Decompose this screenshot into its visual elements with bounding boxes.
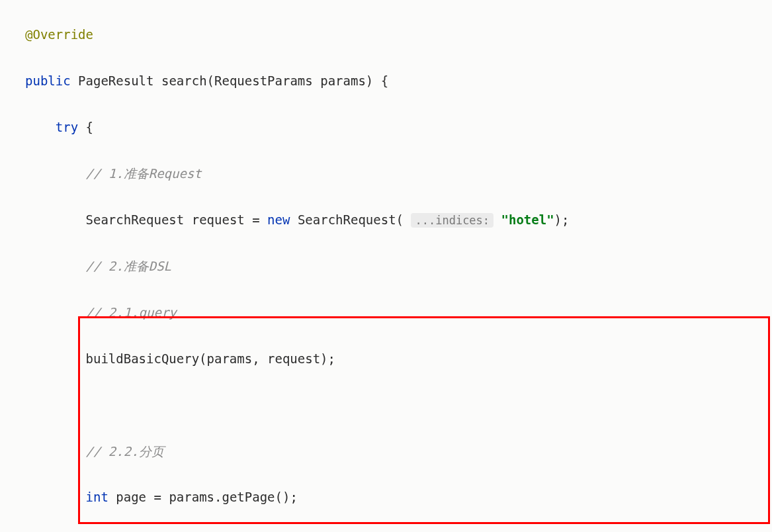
code-line: // 1.准备Request (25, 162, 772, 185)
type-searchrequest: SearchRequest (86, 212, 185, 227)
code-line: // 2.2.分页 (25, 440, 772, 463)
code-line: // 2.1.query (25, 301, 772, 324)
param-hint-indices: ...indices: (411, 213, 493, 228)
var-request: request (192, 212, 245, 227)
keyword-new: new (267, 212, 290, 227)
code-line: public PageResult search(RequestParams p… (25, 69, 772, 93)
code-line: try { (25, 116, 772, 139)
code-line: SearchRequest request = new SearchReques… (25, 208, 772, 232)
call-getpage: params.getPage(); (169, 490, 297, 504)
keyword-try: try (56, 120, 78, 134)
var-page: page (116, 490, 146, 504)
code-line: @Override (25, 23, 772, 46)
code-line: // 2.准备DSL (25, 255, 772, 278)
code-line (25, 394, 772, 417)
keyword-public: public (25, 73, 71, 88)
keyword-int: int (86, 490, 108, 504)
comment: // 2.准备DSL (86, 259, 172, 273)
comment: // 2.2.分页 (86, 444, 164, 459)
code-editor[interactable]: @Override public PageResult search(Reque… (0, 0, 772, 532)
code-line: int page = params.getPage(); (25, 486, 772, 509)
string-hotel: "hotel" (501, 212, 554, 227)
method-search: search (161, 73, 207, 88)
param-params: params (320, 73, 366, 88)
comment: // 2.1.query (86, 305, 177, 320)
comment: // 1.准备Request (86, 166, 202, 181)
type-requestparams: RequestParams (214, 73, 313, 88)
call-buildbasicquery: buildBasicQuery(params, request); (86, 351, 336, 366)
type-pageresult: PageResult (78, 73, 153, 88)
code-line: buildBasicQuery(params, request); (25, 347, 772, 371)
type-searchrequest-2: SearchRequest (298, 212, 396, 227)
annotation-override: @Override (25, 27, 93, 42)
